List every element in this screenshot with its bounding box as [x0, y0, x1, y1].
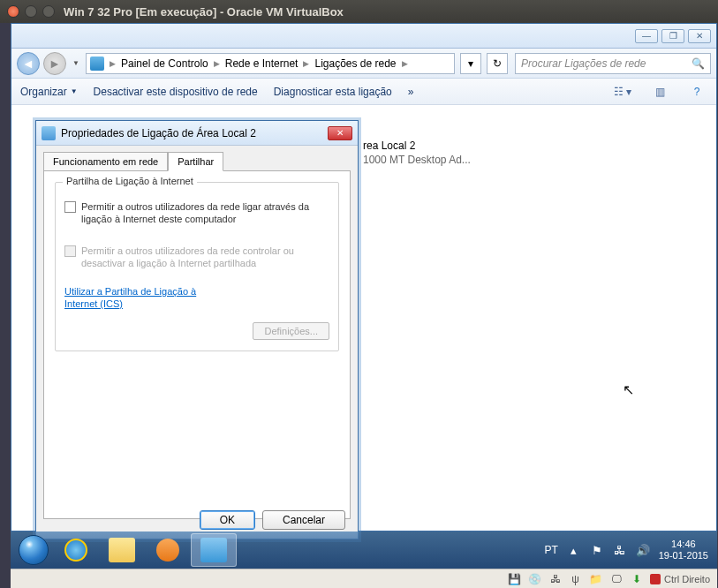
allow-control-label: Permitir a outros utilizadores da rede c… [81, 245, 329, 269]
view-options-button[interactable]: ☷ ▾ [612, 83, 633, 101]
network-adapter-item[interactable]: rea Local 2 1000 MT Desktop Ad... [363, 139, 500, 167]
taskbar-media-player[interactable] [145, 533, 191, 567]
host-titlebar: Win 7 32 Pro [Em execução] - Oracle VM V… [0, 0, 718, 23]
chevron-right-icon: ▶ [301, 59, 311, 68]
disable-device-button[interactable]: Desactivar este dispositivo de rede [94, 86, 258, 98]
address-bar[interactable]: ▶ Painel de Controlo ▶ Rede e Internet ▶… [86, 53, 455, 74]
folder-icon [109, 538, 135, 562]
ics-link[interactable]: Utilizar a Partilha de Ligação à Interne… [64, 285, 223, 310]
breadcrumb-network-internet[interactable]: Rede e Internet [222, 57, 302, 70]
address-dropdown[interactable]: ▾ [460, 53, 481, 74]
preview-pane-button[interactable]: ▥ [649, 83, 670, 101]
properties-dialog: Propriedades de Ligação de Área Local 2 … [35, 120, 359, 539]
allow-control-checkbox [64, 245, 76, 257]
vbox-shared-folder-icon[interactable]: 📁 [589, 572, 602, 585]
sharing-group: Partilha de Ligação à Internet Permitir … [55, 182, 339, 351]
close-button[interactable]: ✕ [688, 29, 711, 43]
back-button[interactable]: ◄ [17, 52, 40, 75]
host-key-label: Ctrl Direito [664, 574, 710, 584]
ie-icon [64, 539, 87, 562]
search-input[interactable]: Procurar Ligações de rede 🔍 [515, 53, 711, 74]
language-indicator[interactable]: PT [544, 544, 557, 556]
breadcrumb-connections[interactable]: Ligações de rede [311, 57, 399, 70]
chevron-right-icon: ▶ [212, 59, 222, 68]
search-placeholder: Procurar Ligações de rede [521, 57, 646, 70]
ok-button[interactable]: OK [200, 510, 255, 530]
media-player-icon [156, 539, 179, 562]
taskbar-explorer[interactable] [99, 533, 145, 567]
clock-date: 19-01-2015 [659, 550, 708, 562]
host-minimize-button[interactable] [25, 5, 37, 18]
adapter-device: 1000 MT Desktop Ad... [363, 153, 500, 167]
start-button[interactable] [14, 533, 53, 567]
allow-connect-checkbox[interactable] [64, 201, 76, 213]
allow-connect-label: Permitir a outros utilizadores da rede l… [81, 200, 329, 225]
dialog-titlebar[interactable]: Propriedades de Ligação de Área Local 2 … [36, 121, 358, 146]
action-center-icon[interactable]: ⚑ [590, 543, 604, 557]
forward-button[interactable]: ► [43, 52, 66, 75]
tray-chevron-icon[interactable]: ▴ [567, 543, 581, 557]
vbox-display-icon[interactable]: 🖵 [609, 572, 623, 585]
vbox-usb-icon[interactable]: ψ [569, 572, 582, 585]
clock[interactable]: 14:46 19-01-2015 [659, 539, 708, 562]
diagnose-button[interactable]: Diagnosticar esta ligação [274, 86, 392, 98]
virtualbox-statusbar: 💾 💿 🖧 ψ 📁 🖵 ⬇ Ctrl Direito [11, 569, 717, 588]
adapter-name: rea Local 2 [363, 139, 500, 153]
more-commands[interactable]: » [408, 86, 414, 98]
volume-icon[interactable]: 🔊 [636, 543, 650, 557]
group-legend: Partilha de Ligação à Internet [63, 176, 197, 186]
definitions-button: Definições... [253, 322, 329, 340]
host-maximize-button[interactable] [42, 5, 55, 18]
location-icon [90, 57, 104, 71]
vbox-network-icon[interactable]: 🖧 [548, 572, 562, 585]
taskbar-ie[interactable] [53, 533, 99, 567]
vbox-hdd-icon[interactable]: 💾 [508, 572, 521, 585]
host-key-indicator[interactable]: Ctrl Direito [650, 574, 710, 584]
host-close-button[interactable] [7, 5, 19, 18]
maximize-button[interactable]: ❐ [661, 29, 684, 43]
network-icon [200, 538, 227, 562]
nav-history-dropdown[interactable]: ▼ [70, 52, 82, 75]
help-button[interactable]: ? [686, 83, 707, 101]
tab-networking[interactable]: Funcionamento em rede [43, 152, 168, 171]
host-key-icon [650, 574, 661, 584]
host-title: Win 7 32 Pro [Em execução] - Oracle VM V… [64, 5, 344, 19]
cancel-button[interactable]: Cancelar [262, 510, 345, 530]
windows-orb-icon [19, 535, 49, 565]
organize-menu[interactable]: Organizar ▼ [20, 86, 78, 98]
taskbar: PT ▴ ⚑ 🖧 🔊 14:46 19-01-2015 [11, 531, 717, 569]
taskbar-network[interactable] [191, 533, 237, 567]
chevron-right-icon: ▶ [108, 59, 117, 68]
tab-sharing[interactable]: Partilhar [168, 152, 223, 171]
search-icon[interactable]: 🔍 [692, 57, 705, 70]
clock-time: 14:46 [659, 539, 708, 550]
refresh-button[interactable]: ↻ [487, 53, 508, 74]
vbox-optical-icon[interactable]: 💿 [528, 572, 541, 585]
minimize-button[interactable]: — [635, 29, 658, 43]
tab-content: Partilha de Ligação à Internet Permitir … [43, 170, 351, 519]
dialog-title: Propriedades de Ligação de Área Local 2 [61, 127, 256, 139]
dialog-close-button[interactable]: ✕ [328, 126, 352, 140]
tray-network-icon[interactable]: 🖧 [613, 543, 627, 557]
command-bar: Organizar ▼ Desactivar este dispositivo … [11, 79, 716, 105]
adapter-icon [42, 126, 56, 140]
breadcrumb-control-panel[interactable]: Painel de Controlo [117, 57, 212, 70]
vbox-mouse-icon[interactable]: ⬇ [630, 572, 643, 585]
chevron-right-icon: ▶ [400, 59, 410, 68]
